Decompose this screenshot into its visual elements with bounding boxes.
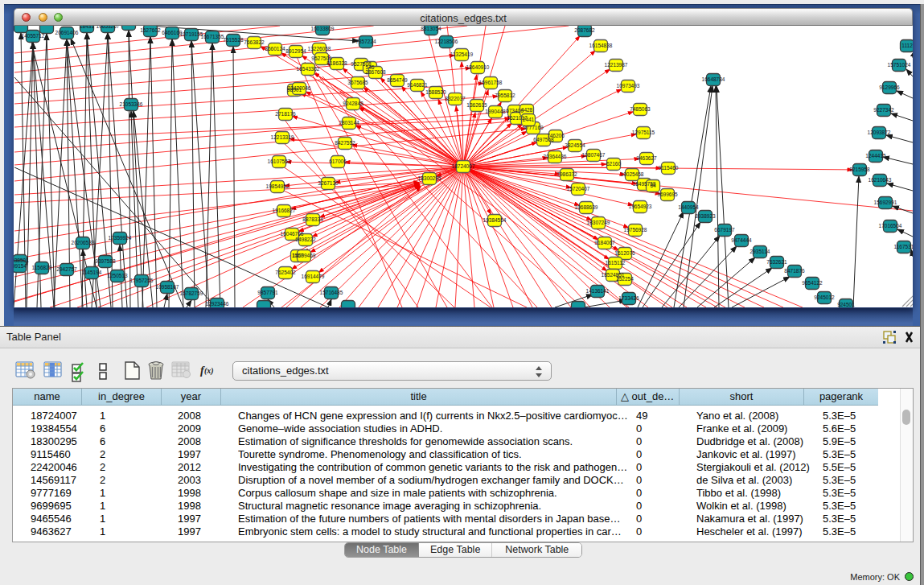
svg-text:19654923: 19654923: [629, 204, 652, 209]
svg-text:19854952: 19854952: [266, 183, 290, 189]
svg-text:1440954: 1440954: [678, 204, 699, 210]
svg-text:8427552: 8427552: [335, 140, 355, 146]
svg-text:12923446: 12923446: [206, 301, 229, 307]
svg-text:12093872: 12093872: [868, 130, 891, 135]
svg-text:17016504: 17016504: [879, 223, 902, 229]
svg-text:16981373: 16981373: [117, 26, 141, 27]
svg-text:12218506: 12218506: [435, 39, 458, 44]
svg-text:9474444: 9474444: [731, 237, 752, 243]
svg-text:9777169: 9777169: [523, 125, 544, 130]
svg-text:7515528: 7515528: [223, 37, 244, 43]
svg-text:7986372: 7986372: [556, 171, 577, 177]
svg-text:17359924: 17359924: [109, 235, 132, 241]
svg-text:9129966: 9129966: [879, 84, 900, 90]
svg-text:8660124: 8660124: [265, 46, 285, 51]
svg-text:18431: 18431: [80, 26, 94, 29]
svg-text:15720407: 15720407: [567, 186, 590, 192]
svg-text:12213319: 12213319: [271, 134, 294, 140]
svg-text:9699695: 9699695: [657, 192, 678, 197]
svg-text:1733426: 1733426: [618, 295, 639, 301]
svg-text:14099469: 14099469: [293, 253, 316, 258]
svg-text:(x): (x): [204, 366, 214, 376]
svg-text:20364436: 20364436: [544, 154, 567, 159]
svg-text:62160: 62160: [606, 161, 621, 167]
svg-text:1588520: 1588520: [425, 89, 446, 95]
svg-text:10719155: 10719155: [180, 31, 203, 37]
svg-text:9857791: 9857791: [257, 290, 278, 295]
svg-text:14055712: 14055712: [22, 33, 45, 39]
svg-text:18300295: 18300295: [418, 175, 441, 181]
svg-text:9242848: 9242848: [343, 101, 363, 106]
svg-text:8912954: 8912954: [285, 48, 306, 54]
svg-text:20691406: 20691406: [55, 30, 79, 35]
svg-text:7625402: 7625402: [275, 270, 296, 275]
svg-text:10688639: 10688639: [575, 204, 598, 210]
svg-text:16543362: 16543362: [297, 66, 320, 72]
svg-text:1527602: 1527602: [140, 27, 161, 33]
svg-text:6679197: 6679197: [714, 227, 735, 233]
svg-text:7632621: 7632621: [766, 259, 787, 265]
svg-text:16033809: 16033809: [311, 26, 335, 31]
svg-text:1156829: 1156829: [32, 265, 52, 270]
svg-text:9184067: 9184067: [594, 240, 615, 245]
svg-text:8215958: 8215958: [849, 167, 870, 172]
svg-text:10973493: 10973493: [617, 83, 640, 89]
svg-text:3675685: 3675685: [347, 80, 368, 85]
svg-text:9115460: 9115460: [659, 165, 679, 171]
svg-text:16046766: 16046766: [281, 231, 304, 237]
svg-text:2867608: 2867608: [365, 69, 386, 75]
svg-text:12213987: 12213987: [605, 62, 628, 68]
svg-text:99154: 99154: [14, 263, 27, 269]
svg-text:8878334: 8878334: [302, 216, 323, 222]
svg-text:10025458: 10025458: [621, 171, 644, 177]
svg-text:3267130: 3267130: [318, 180, 339, 186]
svg-text:18307249: 18307249: [587, 220, 610, 225]
svg-text:16154838: 16154838: [589, 43, 613, 48]
svg-text:1990448: 1990448: [485, 109, 506, 114]
svg-text:6498222: 6498222: [295, 237, 316, 242]
svg-text:10807467: 10807467: [582, 152, 606, 158]
svg-text:15751024: 15751024: [888, 62, 911, 68]
svg-text:21053346: 21053346: [120, 101, 143, 107]
svg-text:2441: 2441: [523, 117, 535, 122]
svg-text:9397588: 9397588: [95, 258, 116, 264]
svg-text:1145194: 1145194: [82, 270, 102, 275]
svg-text:617006: 617006: [329, 159, 347, 164]
svg-text:924501: 924501: [837, 302, 855, 307]
svg-text:8654749: 8654749: [387, 77, 408, 83]
svg-text:7857224: 7857224: [355, 39, 376, 44]
svg-text:1612076: 1612076: [614, 250, 635, 256]
svg-text:13226058: 13226058: [308, 46, 331, 51]
svg-text:938501: 938501: [14, 257, 29, 263]
svg-text:8471876: 8471876: [784, 268, 805, 274]
svg-text:3824554: 3824554: [565, 142, 585, 148]
svg-text:10958107: 10958107: [156, 284, 179, 290]
svg-text:23420046: 23420046: [288, 85, 311, 91]
svg-text:746206: 746206: [547, 133, 565, 138]
svg-text:14136141: 14136141: [586, 288, 610, 294]
svg-text:19384554: 19384554: [483, 217, 507, 223]
svg-text:16648784: 16648784: [702, 76, 725, 82]
svg-text:16782759: 16782759: [180, 290, 203, 296]
svg-text:9227342: 9227342: [873, 107, 894, 113]
svg-text:252254: 252254: [616, 276, 634, 282]
svg-text:1615112: 1615112: [606, 260, 626, 266]
svg-text:19756928: 19756928: [624, 227, 647, 233]
svg-text:18640910: 18640910: [466, 64, 490, 70]
svg-text:16107553: 16107553: [268, 159, 291, 164]
svg-text:15692991: 15692991: [874, 200, 897, 205]
svg-text:12975115: 12975115: [632, 130, 655, 135]
svg-text:1112: 1112: [901, 43, 913, 48]
svg-text:8813054: 8813054: [421, 26, 441, 31]
svg-text:4428: 4428: [521, 107, 533, 113]
svg-text:2803144: 2803144: [339, 120, 359, 126]
svg-text:2935114: 2935114: [750, 249, 770, 254]
svg-text:20206533: 20206533: [72, 240, 95, 245]
svg-text:7663822: 7663822: [244, 39, 265, 45]
svg-text:19166827: 19166827: [273, 208, 296, 213]
svg-text:1250513: 1250513: [107, 273, 128, 278]
svg-text:10653267: 10653267: [97, 26, 120, 29]
svg-text:16210643: 16210643: [869, 177, 892, 183]
svg-text:2718176: 2718176: [275, 111, 296, 117]
svg-text:1167531: 1167531: [894, 244, 913, 249]
